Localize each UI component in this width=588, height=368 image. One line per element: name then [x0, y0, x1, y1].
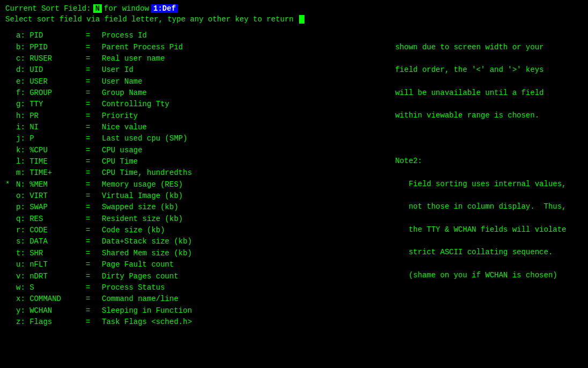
field-equals: = — [86, 248, 102, 259]
field-letter-key[interactable]: m: TIME+ — [16, 167, 86, 179]
field-row: c: RUSER = Real user name — [5, 53, 348, 64]
field-equals: = — [86, 271, 102, 282]
field-row: f: GROUP = Group Name — [5, 87, 348, 99]
instruction-line: Select sort field via field letter, type… — [5, 15, 583, 24]
field-description: Resident size (kb) — [102, 214, 348, 225]
field-equals: = — [86, 214, 102, 225]
field-row: s: DATA = Data+Stack size (kb) — [5, 236, 348, 247]
field-equals: = — [86, 259, 102, 270]
field-description: Shared Mem size (kb) — [102, 248, 348, 259]
field-equals: = — [86, 76, 102, 87]
field-row: z: Flags = Task Flags <sched.h> — [5, 317, 348, 328]
field-description: Priority — [102, 111, 348, 122]
field-description: Code size (kb) — [102, 225, 348, 236]
field-row: q: RES = Resident size (kb) — [5, 214, 348, 225]
field-letter-key[interactable]: r: CODE — [16, 225, 86, 236]
field-description: User Name — [102, 76, 348, 87]
field-equals: = — [86, 42, 102, 53]
field-letter-key[interactable]: b: PPID — [16, 42, 86, 53]
field-description: Process Id — [102, 30, 348, 41]
field-row: * N: %MEM = Memory usage (RES) — [5, 179, 348, 190]
field-description: Virtual Image (kb) — [102, 190, 348, 202]
field-row: w: S = Process Status — [5, 282, 348, 293]
field-letter-key[interactable]: s: DATA — [16, 236, 86, 247]
header-line: Current Sort Field: N for window 1:Def — [5, 4, 583, 13]
field-description: Dirty Pages count — [102, 271, 348, 282]
field-description: Sleeping in Function — [102, 305, 348, 317]
field-letter-key[interactable]: x: COMMAND — [16, 293, 86, 305]
field-letter-key[interactable]: u: nFLT — [16, 259, 86, 270]
field-description: CPU Time — [102, 156, 348, 167]
field-equals: = — [86, 99, 102, 110]
field-letter-key[interactable]: t: SHR — [16, 248, 86, 259]
field-letter-key[interactable]: c: RUSER — [16, 53, 86, 64]
instruction-text: Select sort field via field letter, type… — [5, 15, 294, 24]
field-row: r: CODE = Code size (kb) — [5, 225, 348, 236]
field-row: t: SHR = Shared Mem size (kb) — [5, 248, 348, 259]
field-equals: = — [86, 179, 102, 190]
field-letter-key[interactable]: y: WCHAN — [16, 305, 86, 317]
field-equals: = — [86, 167, 102, 179]
field-letter-key[interactable]: h: PR — [16, 111, 86, 122]
field-description: Command name/line — [102, 293, 348, 305]
field-letter-key[interactable]: N: %MEM — [16, 179, 86, 190]
field-letter-key[interactable]: k: %CPU — [16, 145, 86, 156]
field-equals: = — [86, 202, 102, 213]
field-description: CPU Time, hundredths — [102, 167, 348, 179]
field-letter-key[interactable]: e: USER — [16, 76, 86, 87]
field-equals: = — [86, 145, 102, 156]
field-description: Controlling Tty — [102, 99, 348, 110]
field-row: x: COMMAND = Command name/line — [5, 293, 348, 305]
field-equals: = — [86, 317, 102, 328]
field-list: a: PID = Process Id b: PPID = Parent Pro… — [5, 30, 348, 364]
field-row: l: TIME = CPU Time — [5, 156, 348, 167]
field-letter-key[interactable]: j: P — [16, 133, 86, 144]
field-description: Group Name — [102, 87, 348, 99]
field-row: k: %CPU = CPU usage — [5, 145, 348, 156]
field-row: y: WCHAN = Sleeping in Function — [5, 305, 348, 317]
field-equals: = — [86, 236, 102, 247]
field-letter-key[interactable]: w: S — [16, 282, 86, 293]
field-letter-key[interactable]: q: RES — [16, 214, 86, 225]
field-row: h: PR = Priority — [5, 111, 348, 122]
field-row: m: TIME+ = CPU Time, hundredths — [5, 167, 348, 179]
field-row: a: PID = Process Id — [5, 30, 348, 41]
field-equals: = — [86, 282, 102, 293]
current-sort-label: Current Sort Field: — [5, 4, 91, 13]
cursor — [299, 15, 304, 24]
field-row: u: nFLT = Page Fault count — [5, 259, 348, 270]
field-letter-key[interactable]: z: Flags — [16, 317, 86, 328]
field-equals: = — [86, 30, 102, 41]
field-description: Last used cpu (SMP) — [102, 133, 348, 144]
field-letter-key[interactable]: i: NI — [16, 122, 86, 133]
field-letter-key[interactable]: p: SWAP — [16, 202, 86, 213]
for-window-label: for window — [104, 4, 149, 13]
field-equals: = — [86, 87, 102, 99]
field-letter-key[interactable]: f: GROUP — [16, 87, 86, 99]
field-row: v: nDRT = Dirty Pages count — [5, 271, 348, 282]
field-letter-key[interactable]: v: nDRT — [16, 271, 86, 282]
field-letter-key[interactable]: a: PID — [16, 30, 86, 41]
field-description: Process Status — [102, 282, 348, 293]
sort-field-badge: N — [93, 4, 102, 13]
field-equals: = — [86, 133, 102, 144]
field-letter-key[interactable]: g: TTY — [16, 99, 86, 110]
field-letter-key[interactable]: o: VIRT — [16, 190, 86, 202]
field-letter-key[interactable]: l: TIME — [16, 156, 86, 167]
notes-text: shown due to screen width or your field … — [359, 30, 583, 292]
field-equals: = — [86, 64, 102, 76]
notes-column: shown due to screen width or your field … — [348, 30, 583, 364]
field-row: d: UID = User Id — [5, 64, 348, 76]
field-description: Memory usage (RES) — [102, 179, 348, 190]
star-marker: * — [5, 179, 16, 190]
field-row: o: VIRT = Virtual Image (kb) — [5, 190, 348, 202]
field-description: Swapped size (kb) — [102, 202, 348, 213]
field-row: g: TTY = Controlling Tty — [5, 99, 348, 110]
field-row: b: PPID = Parent Process Pid — [5, 42, 348, 53]
field-letter-key[interactable]: d: UID — [16, 64, 86, 76]
field-row: i: NI = Nice value — [5, 122, 348, 133]
field-equals: = — [86, 305, 102, 317]
field-description: Page Fault count — [102, 259, 348, 270]
field-equals: = — [86, 225, 102, 236]
terminal: Current Sort Field: N for window 1:Def S… — [5, 4, 583, 364]
